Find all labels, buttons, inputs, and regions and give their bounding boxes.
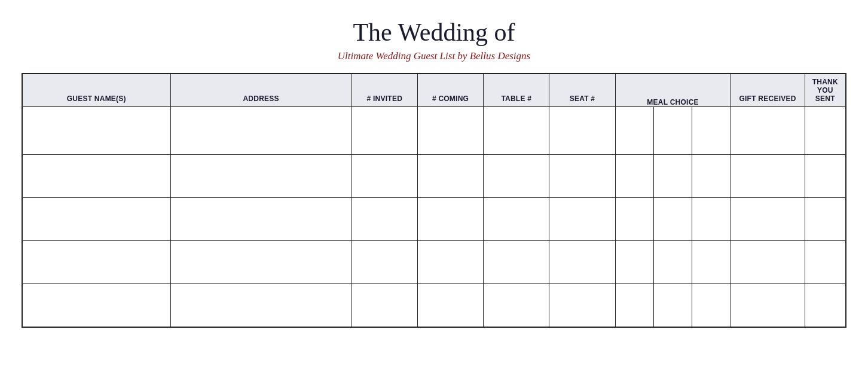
- cell-gift[interactable]: [731, 155, 805, 198]
- meal-sub-2[interactable]: [654, 107, 692, 154]
- cell-thank[interactable]: [805, 241, 846, 284]
- cell-seat[interactable]: [549, 107, 615, 155]
- meal-sub-3[interactable]: [692, 155, 730, 197]
- meal-sub-3[interactable]: [692, 198, 730, 240]
- page-title: The Wedding of: [353, 18, 515, 47]
- cell-address[interactable]: [170, 198, 352, 241]
- cell-guest-name[interactable]: [22, 284, 170, 327]
- cell-invited[interactable]: [352, 198, 417, 241]
- meal-sub-1[interactable]: [616, 155, 654, 197]
- cell-table[interactable]: [484, 155, 549, 198]
- cell-thank[interactable]: [805, 107, 846, 155]
- meal-sub-2[interactable]: [654, 155, 692, 197]
- col-header-seat: SEAT #: [549, 74, 615, 107]
- table-row: [22, 284, 846, 327]
- cell-table[interactable]: [484, 241, 549, 284]
- col-header-address: ADDRESS: [170, 74, 352, 107]
- cell-gift[interactable]: [731, 241, 805, 284]
- col-header-guest-name: GUEST NAME(S): [22, 74, 170, 107]
- cell-coming[interactable]: [417, 284, 483, 327]
- col-header-meal: MEAL CHOICE: [615, 74, 731, 107]
- cell-gift[interactable]: [731, 198, 805, 241]
- col-header-gift: GIFT RECEIVED: [731, 74, 805, 107]
- meal-sub-1[interactable]: [616, 284, 654, 327]
- meal-sub-2[interactable]: [654, 241, 692, 283]
- cell-thank[interactable]: [805, 198, 846, 241]
- meal-sub-3[interactable]: [692, 241, 730, 283]
- cell-address[interactable]: [170, 284, 352, 327]
- cell-seat[interactable]: [549, 198, 615, 241]
- cell-meal[interactable]: [615, 241, 731, 284]
- cell-meal[interactable]: [615, 155, 731, 198]
- meal-sub-1[interactable]: [616, 241, 654, 283]
- cell-table[interactable]: [484, 284, 549, 327]
- cell-meal[interactable]: [615, 107, 731, 155]
- table-row: [22, 107, 846, 155]
- col-header-table: TABLE #: [484, 74, 549, 107]
- cell-address[interactable]: [170, 241, 352, 284]
- guest-list-table: GUEST NAME(S) ADDRESS # INVITED # COMING…: [22, 73, 846, 328]
- cell-gift[interactable]: [731, 107, 805, 155]
- cell-gift[interactable]: [731, 284, 805, 327]
- cell-guest-name[interactable]: [22, 198, 170, 241]
- meal-sub-3[interactable]: [692, 107, 730, 154]
- cell-seat[interactable]: [549, 155, 615, 198]
- meal-sub-3[interactable]: [692, 284, 730, 327]
- cell-invited[interactable]: [352, 107, 417, 155]
- cell-meal[interactable]: [615, 198, 731, 241]
- cell-address[interactable]: [170, 107, 352, 155]
- cell-coming[interactable]: [417, 198, 483, 241]
- table-row: [22, 198, 846, 241]
- cell-coming[interactable]: [417, 107, 483, 155]
- cell-guest-name[interactable]: [22, 241, 170, 284]
- cell-coming[interactable]: [417, 241, 483, 284]
- cell-address[interactable]: [170, 155, 352, 198]
- cell-invited[interactable]: [352, 284, 417, 327]
- meal-sub-2[interactable]: [654, 198, 692, 240]
- guest-list-table-wrapper: GUEST NAME(S) ADDRESS # INVITED # COMING…: [22, 73, 846, 328]
- meal-sub-1[interactable]: [616, 107, 654, 154]
- table-row: [22, 241, 846, 284]
- cell-invited[interactable]: [352, 241, 417, 284]
- cell-guest-name[interactable]: [22, 155, 170, 198]
- cell-coming[interactable]: [417, 155, 483, 198]
- cell-seat[interactable]: [549, 241, 615, 284]
- meal-sub-1[interactable]: [616, 198, 654, 240]
- col-header-invited: # INVITED: [352, 74, 417, 107]
- cell-invited[interactable]: [352, 155, 417, 198]
- cell-thank[interactable]: [805, 155, 846, 198]
- col-header-coming: # COMING: [417, 74, 483, 107]
- cell-seat[interactable]: [549, 284, 615, 327]
- page-subtitle: Ultimate Wedding Guest List by Bellus De…: [338, 50, 530, 62]
- cell-table[interactable]: [484, 107, 549, 155]
- col-header-thank: THANK YOU SENT: [805, 74, 846, 107]
- cell-table[interactable]: [484, 198, 549, 241]
- meal-sub-2[interactable]: [654, 284, 692, 327]
- cell-meal[interactable]: [615, 284, 731, 327]
- table-row: [22, 155, 846, 198]
- cell-guest-name[interactable]: [22, 107, 170, 155]
- cell-thank[interactable]: [805, 284, 846, 327]
